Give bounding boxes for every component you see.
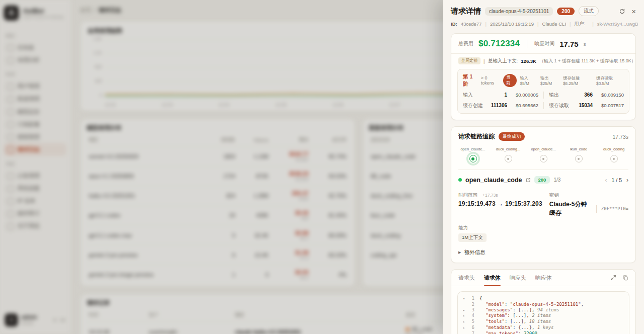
request-meta: ID: 43cede77 | 2025/12/10 19:15:19 | Cla…	[451, 21, 636, 27]
line-number: 1	[468, 296, 474, 301]
line-number: 5	[468, 319, 474, 324]
trace-node-label: ikun_code	[570, 147, 587, 151]
trace-node-circle-icon	[469, 155, 477, 162]
triangle-icon: ▶	[458, 251, 461, 255]
latency-label: 响应时间	[534, 40, 554, 47]
latency-unit: s	[584, 41, 586, 47]
line-number: 3	[468, 307, 474, 313]
model-badge: claude-opus-4-5-20251101	[485, 7, 553, 16]
trace-node-label: open_claude...	[460, 147, 485, 151]
request-detail-drawer: 请求详情 claude-opus-4-5-20251101 200 流式 × I…	[443, 0, 644, 334]
tab-response-headers[interactable]: 响应头	[510, 270, 526, 286]
trace-node-label: duck_coding	[603, 147, 624, 151]
trace-node-label: open_claude...	[531, 147, 555, 151]
tier-cell-output: 输出366$0.009150	[543, 92, 624, 99]
extra-info-toggle[interactable]: ▶ 额外信息	[458, 249, 628, 256]
total-cost-value: $0.712334	[478, 39, 520, 49]
capability-badge: 1M上下文	[458, 233, 487, 242]
context-label: 总输入上下文:	[488, 58, 518, 64]
collapse-icon[interactable]	[610, 275, 616, 281]
code-line: 7"max_tokens": 32000,	[463, 331, 624, 334]
time-delta: +17.73s	[482, 193, 498, 198]
success-dot-icon	[458, 178, 462, 182]
time-range-label: 时间范围	[458, 192, 477, 198]
payload-tabs-row: 请求头请求体响应头响应体	[451, 270, 635, 286]
code-line: ▾1{	[463, 296, 624, 302]
code-line: 2"model": "claude-opus-4-5-20251101",	[463, 302, 624, 307]
screen: A AxiBor Multi-Provider AI Gateway 概览仪表盘…	[0, 0, 644, 334]
attempt-channel-name: open_claude_code	[465, 177, 522, 184]
key-masked: Z0F***PT0=	[601, 206, 628, 211]
trace-node-circle-icon	[540, 155, 547, 162]
code-line: ▸3"messages": [...], 94 items	[463, 307, 624, 313]
line-number: 7	[468, 331, 474, 334]
id-label: ID:	[451, 21, 457, 27]
tier-name: 第 1 阶	[463, 73, 478, 88]
tier-cell-cache-read: 缓存读取15034$0.007517	[543, 102, 624, 109]
tab-request-headers[interactable]: 请求头	[458, 270, 475, 286]
trace-title: 请求链路追踪	[458, 132, 495, 141]
line-number: 6	[468, 325, 474, 330]
tree-chevron-icon[interactable]: ▸	[463, 313, 468, 319]
key-label: 密钥	[549, 192, 559, 198]
tab-response-body[interactable]: 响应体	[535, 270, 552, 286]
context-summary: 全局定价 | 总输入上下文: 126.3K （输入 1 + 缓存创建 111.3…	[451, 53, 635, 68]
context-detail: （输入 1 + 缓存创建 111.3K + 缓存读取 15.0K）	[539, 58, 636, 64]
client-name: Claude CLI	[542, 21, 567, 27]
key-sep: |	[596, 204, 598, 213]
user-label: 用户:	[575, 21, 586, 27]
capability-label: 能力	[458, 225, 468, 230]
trace-node[interactable]: duck_coding	[597, 147, 630, 162]
pager-position: 1 / 5	[612, 177, 622, 183]
trace-node-circle-icon	[505, 155, 512, 162]
time-range-value: 19:15:19.473 → 19:15:37.203	[458, 200, 549, 207]
attempt-detail: open_claude_code 200 1/3 ‹ 1 / 5 › 时间范围+…	[458, 170, 628, 256]
pricing-tier-box: 第 1 阶 > 0 tokens 当前 输入 $5/M输出 $25/M缓存创建 …	[457, 69, 629, 114]
context-total: 126.3K	[521, 58, 536, 64]
drawer-title: 请求详情	[451, 7, 481, 16]
line-number: 2	[468, 302, 474, 307]
line-number: 4	[468, 313, 474, 318]
pager-next-icon[interactable]: ›	[626, 177, 628, 184]
drawer-header: 请求详情 claude-opus-4-5-20251101 200 流式 ×	[451, 6, 636, 16]
meta-sep: |	[570, 21, 571, 27]
tier-cell-cache-create: 缓存创建111306$0.695662	[463, 102, 543, 109]
pricing-sep: |	[484, 58, 485, 64]
trace-timeline: open_claude...duck_coding...open_claude.…	[451, 141, 635, 163]
trace-node[interactable]: open_claude...	[456, 147, 490, 162]
stream-badge: 流式	[579, 6, 599, 16]
refresh-icon[interactable]	[619, 8, 625, 15]
trace-node[interactable]: open_claude...	[527, 147, 560, 162]
trace-node-circle-icon	[575, 155, 583, 162]
json-viewer[interactable]: ▾1{2"model": "claude-opus-4-5-20251101",…	[457, 291, 629, 334]
trace-node[interactable]: duck_coding...	[492, 147, 525, 162]
copy-icon[interactable]	[622, 275, 628, 281]
attempt-status-badge: 200	[534, 176, 550, 184]
code-line: ▸4"system": [...], 2 items	[463, 313, 624, 319]
code-line: ▸6"metadata": {...}, 1 keys	[463, 325, 624, 331]
request-time: 2025/12/10 19:15:19	[490, 21, 534, 27]
request-id: 43cede77	[461, 21, 482, 27]
tier-current-badge: 当前	[503, 74, 517, 87]
key-name: Claude-5分钟缓存	[549, 200, 592, 217]
pager-prev-icon[interactable]: ‹	[605, 177, 607, 184]
close-icon[interactable]: ×	[631, 8, 636, 15]
trace-node-circle-icon	[610, 155, 618, 162]
trace-status-badge: 最终成功	[499, 132, 525, 141]
tree-chevron-icon[interactable]: ▾	[463, 296, 468, 302]
trace-node-label: duck_coding...	[496, 147, 520, 151]
status-badge: 200	[557, 8, 575, 15]
meta-sep: |	[592, 21, 593, 27]
trace-node[interactable]: ikun_code	[562, 147, 595, 162]
tree-chevron-icon[interactable]: ▸	[463, 319, 468, 325]
tree-chevron-icon[interactable]: ▸	[463, 325, 468, 331]
meta-sep: |	[537, 21, 538, 27]
latency-value: 17.75	[559, 40, 579, 48]
attempt-tries: 1/3	[553, 177, 560, 183]
tree-chevron-icon[interactable]: ▸	[463, 308, 468, 313]
tab-request-body[interactable]: 请求体	[484, 270, 501, 286]
external-link-icon[interactable]	[526, 178, 531, 183]
tier-range: > 0 tokens	[481, 75, 500, 86]
tier-rates: 输入 $5/M输出 $25/M缓存创建 $6.25/M缓存读取 $0.5/M	[520, 75, 624, 86]
tier-cell-input: 输入1$0.000005	[463, 92, 543, 99]
